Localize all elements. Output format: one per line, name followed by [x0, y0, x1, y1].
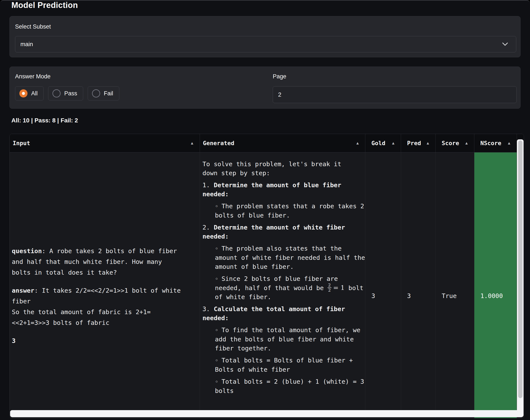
page-label: Page [273, 73, 286, 80]
answer-mode-label: Answer Mode [15, 73, 50, 80]
score-value: True [436, 292, 457, 300]
bullet-icon: ◦ [215, 245, 218, 252]
subset-select-value: main [15, 41, 33, 48]
page-title: Model Prediction [11, 1, 78, 10]
column-header-label: Gold [365, 140, 385, 146]
gold-value: 3 [365, 292, 375, 300]
bullet-icon: ◦ [215, 357, 218, 364]
sort-asc-icon: ▲ [190, 141, 194, 146]
sort-asc-icon: ▲ [355, 141, 360, 146]
column-header-score[interactable]: Score ▲ [436, 134, 474, 152]
column-header-pred[interactable]: Pred ▲ [401, 134, 436, 152]
radio-option-label: All [31, 90, 38, 97]
table-body: question: A robe takes 2 bolts of blue f… [10, 153, 524, 418]
subset-select[interactable]: main [15, 36, 516, 52]
sort-asc-icon: ▲ [507, 141, 511, 146]
pred-value: 3 [401, 292, 411, 300]
column-header-label: Generated [200, 140, 234, 146]
math-fraction: 22= 1 [327, 283, 345, 293]
column-header-label: Score [436, 140, 459, 146]
bullet-icon: ◦ [215, 327, 218, 334]
bullet-icon: ◦ [215, 276, 218, 282]
bullet-icon: ◦ [215, 378, 218, 385]
radio-unselected-icon [92, 89, 100, 98]
cell-input[interactable]: question: A robe takes 2 bolts of blue f… [10, 153, 200, 418]
radio-option-label: Pass [64, 90, 77, 97]
column-header-nscore[interactable]: NScore ▲ [474, 134, 517, 152]
vertical-scrollbar-thumb[interactable] [518, 140, 522, 398]
radio-option-all[interactable]: All [15, 86, 44, 100]
column-header-gold[interactable]: Gold ▲ [365, 134, 401, 152]
column-header-label: NScore [474, 140, 501, 146]
cell-pred[interactable]: 3 [401, 153, 436, 418]
radio-option-fail[interactable]: Fail [88, 86, 119, 100]
horizontal-scrollbar[interactable] [10, 410, 523, 417]
cell-nscore[interactable]: 1.0000 [474, 153, 517, 418]
generated-cell-text: To solve this problem, let's break itdow… [200, 153, 365, 395]
subset-label: Select Subset [15, 23, 51, 30]
bullet-icon: ◦ [215, 203, 218, 210]
page-input[interactable]: 2 [273, 86, 517, 103]
column-header-generated[interactable]: Generated ▲ [200, 134, 365, 152]
column-header-input[interactable]: Input ▲ [10, 134, 200, 152]
subset-panel: Select Subset main [9, 16, 521, 57]
app-root: Model Prediction Select Subset main Answ… [0, 0, 530, 420]
stats-line: All: 10 | Pass: 8 | Fail: 2 [11, 117, 78, 124]
cell-generated[interactable]: To solve this problem, let's break itdow… [200, 153, 365, 418]
predictions-table: Input ▲ Generated ▲ Gold ▲ Pred ▲ Score … [9, 134, 524, 418]
radio-unselected-icon [52, 89, 61, 98]
column-header-label: Pred [401, 140, 421, 146]
sort-asc-icon: ▲ [426, 141, 430, 146]
sort-asc-icon: ▲ [464, 141, 469, 146]
table-header-row: Input ▲ Generated ▲ Gold ▲ Pred ▲ Score … [10, 134, 524, 153]
chevron-down-icon [502, 42, 508, 46]
page-input-value: 2 [273, 91, 281, 98]
cell-score[interactable]: True [436, 153, 474, 418]
vertical-scrollbar[interactable] [517, 139, 524, 417]
cell-gold[interactable]: 3 [365, 153, 401, 418]
controls-panel: Answer Mode All Pass Fail Page 2 [9, 67, 521, 109]
radio-option-label: Fail [104, 90, 113, 97]
answer-mode-radio-group: All Pass Fail [15, 86, 119, 100]
input-cell-text: question: A robe takes 2 bolts of blue f… [10, 246, 183, 346]
radio-selected-icon [19, 89, 28, 98]
nscore-value: 1.0000 [474, 292, 503, 300]
sort-asc-icon: ▲ [391, 141, 395, 146]
column-header-label: Input [10, 140, 30, 146]
radio-option-pass[interactable]: Pass [48, 86, 83, 100]
